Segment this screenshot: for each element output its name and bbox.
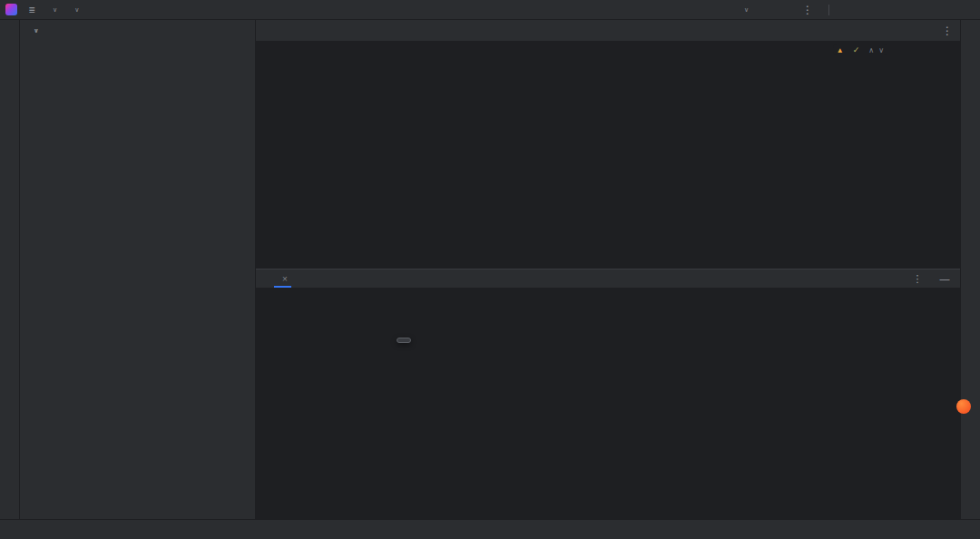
sogou-logo-icon[interactable] bbox=[956, 399, 971, 414]
project-panel-header[interactable]: ∨ bbox=[20, 20, 255, 42]
chevron-down-icon: ∨ bbox=[53, 6, 57, 14]
close-button[interactable] bbox=[953, 2, 975, 18]
project-tree[interactable] bbox=[20, 42, 255, 519]
ide-window: ≡ ∨ ∨ ∨ ⋮ bbox=[0, 0, 980, 539]
more-actions-icon[interactable]: ⋮ bbox=[799, 2, 817, 18]
hide-tool-window-icon[interactable]: — bbox=[936, 273, 953, 284]
minimize-button[interactable] bbox=[904, 2, 926, 18]
prev-problem-icon[interactable]: ∧ bbox=[868, 46, 874, 54]
chevron-down-icon: ∨ bbox=[744, 6, 749, 14]
run-tab-wordcount[interactable]: × bbox=[274, 270, 291, 288]
run-options-icon[interactable]: ⋮ bbox=[909, 273, 926, 285]
chevron-down-icon: ∨ bbox=[74, 6, 79, 14]
inspections-widget[interactable]: ▲ ✓ ∧ ∨ bbox=[833, 44, 887, 55]
settings-icon[interactable] bbox=[883, 2, 901, 18]
warning-icon: ▲ bbox=[837, 46, 844, 54]
left-tool-window-bar bbox=[0, 20, 20, 519]
scrollbar-error-stripe[interactable] bbox=[949, 42, 960, 269]
account-icon[interactable] bbox=[841, 2, 859, 18]
readonly-lock-icon[interactable] bbox=[957, 523, 971, 536]
app-logo-icon[interactable] bbox=[5, 4, 17, 15]
editor[interactable]: ▲ ✓ ∧ ∨ bbox=[256, 42, 960, 269]
console-output[interactable] bbox=[270, 308, 960, 519]
editor-tab-bar: ⋮ bbox=[256, 20, 960, 42]
run-tool-window-header: × ⋮ — bbox=[256, 270, 960, 288]
close-run-tab-icon[interactable]: × bbox=[282, 274, 288, 284]
status-widgets bbox=[910, 523, 971, 536]
main-menu-icon[interactable]: ≡ bbox=[23, 2, 41, 18]
run-button[interactable] bbox=[757, 2, 775, 18]
vcs-selector[interactable]: ∨ bbox=[65, 2, 84, 18]
status-bar bbox=[0, 519, 980, 539]
next-problem-icon[interactable]: ∨ bbox=[878, 46, 884, 54]
input-method-toolbar bbox=[951, 397, 976, 416]
run-config-selector[interactable]: ∨ bbox=[735, 2, 754, 18]
right-tool-window-bar bbox=[960, 20, 980, 519]
debug-button[interactable] bbox=[778, 2, 796, 18]
search-icon[interactable] bbox=[862, 2, 880, 18]
weak-warning-icon: ✓ bbox=[853, 45, 860, 54]
chevron-down-icon: ∨ bbox=[34, 27, 39, 34]
project-tool-window: ∨ bbox=[20, 20, 256, 519]
auto-select-tooltip bbox=[397, 338, 411, 343]
run-tool-window: × ⋮ — bbox=[256, 269, 960, 519]
console-left-toolbar bbox=[256, 308, 270, 519]
run-toolbar bbox=[256, 288, 960, 308]
tab-options-icon[interactable]: ⋮ bbox=[938, 23, 956, 39]
title-bar: ≡ ∨ ∨ ∨ ⋮ bbox=[0, 0, 980, 20]
project-selector[interactable]: ∨ bbox=[44, 2, 63, 18]
maximize-button[interactable] bbox=[928, 2, 950, 18]
